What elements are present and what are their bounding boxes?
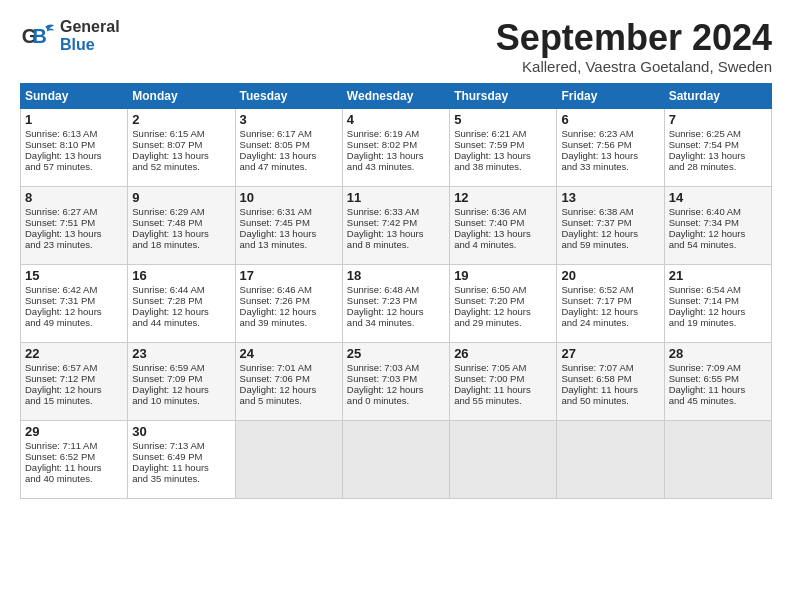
daylight-minutes: and 54 minutes. [669,239,737,250]
day-number: 17 [240,268,338,283]
daylight-minutes: and 49 minutes. [25,317,93,328]
daylight-minutes: and 44 minutes. [132,317,200,328]
sunrise-text: Sunrise: 7:11 AM [25,440,97,451]
sunset-text: Sunset: 7:00 PM [454,373,524,384]
day-number: 30 [132,424,230,439]
logo: G B General Blue [20,18,120,54]
daylight-text: Daylight: 12 hours [132,384,209,395]
daylight-text: Daylight: 12 hours [561,306,638,317]
sunset-text: Sunset: 7:31 PM [25,295,95,306]
table-row: 30 Sunrise: 7:13 AM Sunset: 6:49 PM Dayl… [128,420,235,498]
daylight-text: Daylight: 12 hours [454,306,531,317]
table-row: 11 Sunrise: 6:33 AM Sunset: 7:42 PM Dayl… [342,186,449,264]
sunrise-text: Sunrise: 6:25 AM [669,128,741,139]
daylight-minutes: and 43 minutes. [347,161,415,172]
sunrise-text: Sunrise: 7:09 AM [669,362,741,373]
daylight-text: Daylight: 13 hours [25,150,102,161]
daylight-minutes: and 23 minutes. [25,239,93,250]
daylight-minutes: and 40 minutes. [25,473,93,484]
day-number: 12 [454,190,552,205]
day-number: 3 [240,112,338,127]
logo-general-text: General [60,18,120,36]
daylight-text: Daylight: 11 hours [454,384,531,395]
table-row: 25 Sunrise: 7:03 AM Sunset: 7:03 PM Dayl… [342,342,449,420]
logo-blue-text: Blue [60,36,120,54]
table-row: 13 Sunrise: 6:38 AM Sunset: 7:37 PM Dayl… [557,186,664,264]
daylight-text: Daylight: 12 hours [347,384,424,395]
sunset-text: Sunset: 7:45 PM [240,217,310,228]
daylight-minutes: and 50 minutes. [561,395,629,406]
daylight-minutes: and 4 minutes. [454,239,516,250]
sunset-text: Sunset: 7:28 PM [132,295,202,306]
sunset-text: Sunset: 7:14 PM [669,295,739,306]
daylight-text: Daylight: 13 hours [240,228,317,239]
day-number: 14 [669,190,767,205]
daylight-text: Daylight: 12 hours [240,384,317,395]
sunset-text: Sunset: 7:03 PM [347,373,417,384]
sunset-text: Sunset: 8:05 PM [240,139,310,150]
sunset-text: Sunset: 7:59 PM [454,139,524,150]
daylight-text: Daylight: 13 hours [669,150,746,161]
sunrise-text: Sunrise: 6:23 AM [561,128,633,139]
header: G B General Blue September 2024 Kallered… [20,18,772,75]
table-row: 21 Sunrise: 6:54 AM Sunset: 7:14 PM Dayl… [664,264,771,342]
sunrise-text: Sunrise: 6:59 AM [132,362,204,373]
daylight-text: Daylight: 12 hours [25,306,102,317]
daylight-text: Daylight: 13 hours [561,150,638,161]
daylight-minutes: and 15 minutes. [25,395,93,406]
daylight-minutes: and 0 minutes. [347,395,409,406]
sunrise-text: Sunrise: 6:15 AM [132,128,204,139]
day-number: 29 [25,424,123,439]
sunset-text: Sunset: 8:02 PM [347,139,417,150]
day-number: 20 [561,268,659,283]
sunrise-text: Sunrise: 6:38 AM [561,206,633,217]
sunset-text: Sunset: 7:23 PM [347,295,417,306]
table-row: 1 Sunrise: 6:13 AM Sunset: 8:10 PM Dayli… [21,108,128,186]
sunrise-text: Sunrise: 6:54 AM [669,284,741,295]
table-row: 15 Sunrise: 6:42 AM Sunset: 7:31 PM Dayl… [21,264,128,342]
col-tuesday: Tuesday [235,83,342,108]
table-row [342,420,449,498]
sunset-text: Sunset: 7:37 PM [561,217,631,228]
day-number: 19 [454,268,552,283]
table-row [450,420,557,498]
table-row: 20 Sunrise: 6:52 AM Sunset: 7:17 PM Dayl… [557,264,664,342]
daylight-minutes: and 47 minutes. [240,161,308,172]
daylight-minutes: and 59 minutes. [561,239,629,250]
sunrise-text: Sunrise: 7:13 AM [132,440,204,451]
sunset-text: Sunset: 7:26 PM [240,295,310,306]
table-row: 24 Sunrise: 7:01 AM Sunset: 7:06 PM Dayl… [235,342,342,420]
day-number: 13 [561,190,659,205]
table-row: 29 Sunrise: 7:11 AM Sunset: 6:52 PM Dayl… [21,420,128,498]
sunset-text: Sunset: 7:20 PM [454,295,524,306]
daylight-text: Daylight: 12 hours [240,306,317,317]
sunset-text: Sunset: 7:17 PM [561,295,631,306]
day-number: 22 [25,346,123,361]
page: G B General Blue September 2024 Kallered… [0,0,792,612]
day-number: 23 [132,346,230,361]
day-number: 21 [669,268,767,283]
table-row [235,420,342,498]
col-friday: Friday [557,83,664,108]
sunset-text: Sunset: 7:06 PM [240,373,310,384]
sunset-text: Sunset: 6:58 PM [561,373,631,384]
table-row: 27 Sunrise: 7:07 AM Sunset: 6:58 PM Dayl… [557,342,664,420]
sunrise-text: Sunrise: 7:01 AM [240,362,312,373]
daylight-minutes: and 19 minutes. [669,317,737,328]
day-number: 28 [669,346,767,361]
daylight-text: Daylight: 12 hours [669,306,746,317]
sunrise-text: Sunrise: 6:27 AM [25,206,97,217]
table-row: 18 Sunrise: 6:48 AM Sunset: 7:23 PM Dayl… [342,264,449,342]
calendar-header: Sunday Monday Tuesday Wednesday Thursday… [21,83,772,108]
table-row: 14 Sunrise: 6:40 AM Sunset: 7:34 PM Dayl… [664,186,771,264]
day-number: 5 [454,112,552,127]
daylight-minutes: and 13 minutes. [240,239,308,250]
daylight-minutes: and 57 minutes. [25,161,93,172]
daylight-minutes: and 45 minutes. [669,395,737,406]
sunset-text: Sunset: 6:52 PM [25,451,95,462]
sunset-text: Sunset: 6:55 PM [669,373,739,384]
day-number: 16 [132,268,230,283]
calendar-body: 1 Sunrise: 6:13 AM Sunset: 8:10 PM Dayli… [21,108,772,498]
sunrise-text: Sunrise: 6:17 AM [240,128,312,139]
day-number: 11 [347,190,445,205]
